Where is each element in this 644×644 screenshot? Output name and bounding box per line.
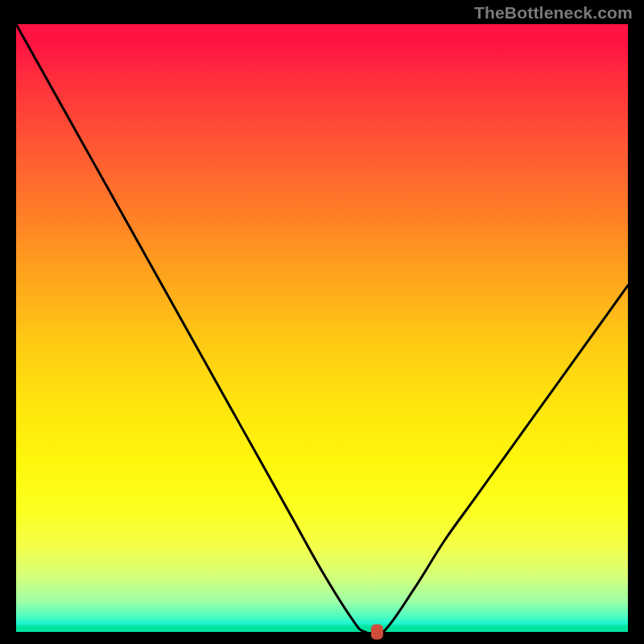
chart-marker — [371, 625, 382, 639]
bottleneck-curve — [16, 24, 628, 636]
attribution-label: TheBottleneck.com — [474, 3, 633, 23]
chart-frame: TheBottleneck.com — [0, 0, 644, 644]
chart-plot-area — [16, 24, 628, 632]
chart-svg — [16, 24, 628, 632]
